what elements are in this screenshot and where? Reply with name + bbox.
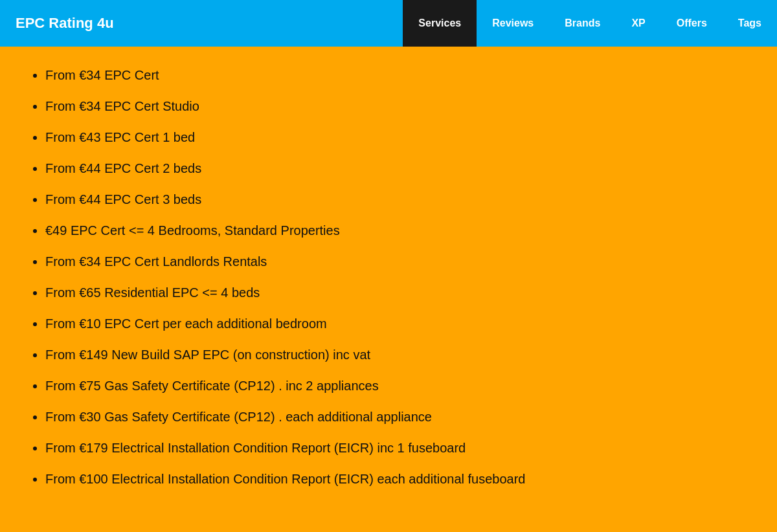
service-item-9: From €149 New Build SAP EPC (on construc… bbox=[45, 339, 751, 370]
nav-item-services[interactable]: Services bbox=[403, 0, 477, 47]
services-list: From €34 EPC CertFrom €34 EPC Cert Studi… bbox=[26, 60, 751, 494]
service-item-8: From €10 EPC Cert per each additional be… bbox=[45, 308, 751, 339]
site-header: EPC Rating 4u ServicesReviewsBrandsXPOff… bbox=[0, 0, 777, 47]
main-content: From €34 EPC CertFrom €34 EPC Cert Studi… bbox=[0, 47, 777, 520]
nav-item-brands[interactable]: Brands bbox=[549, 0, 616, 47]
site-logo: EPC Rating 4u bbox=[0, 0, 130, 47]
service-item-4: From €44 EPC Cert 3 beds bbox=[45, 184, 751, 215]
service-item-3: From €44 EPC Cert 2 beds bbox=[45, 153, 751, 184]
service-item-7: From €65 Residential EPC <= 4 beds bbox=[45, 277, 751, 308]
service-item-1: From €34 EPC Cert Studio bbox=[45, 91, 751, 122]
nav-item-reviews[interactable]: Reviews bbox=[477, 0, 549, 47]
service-item-5: €49 EPC Cert <= 4 Bedrooms, Standard Pro… bbox=[45, 215, 751, 246]
main-nav: ServicesReviewsBrandsXPOffersTags bbox=[403, 0, 777, 47]
service-item-12: From €179 Electrical Installation Condit… bbox=[45, 432, 751, 463]
service-item-11: From €30 Gas Safety Certificate (CP12) .… bbox=[45, 401, 751, 432]
service-item-6: From €34 EPC Cert Landlords Rentals bbox=[45, 246, 751, 277]
nav-item-tags[interactable]: Tags bbox=[723, 0, 777, 47]
nav-item-xp[interactable]: XP bbox=[616, 0, 660, 47]
nav-item-offers[interactable]: Offers bbox=[661, 0, 723, 47]
service-item-13: From €100 Electrical Installation Condit… bbox=[45, 463, 751, 494]
service-item-0: From €34 EPC Cert bbox=[45, 60, 751, 91]
service-item-10: From €75 Gas Safety Certificate (CP12) .… bbox=[45, 370, 751, 401]
service-item-2: From €43 EPC Cert 1 bed bbox=[45, 122, 751, 153]
